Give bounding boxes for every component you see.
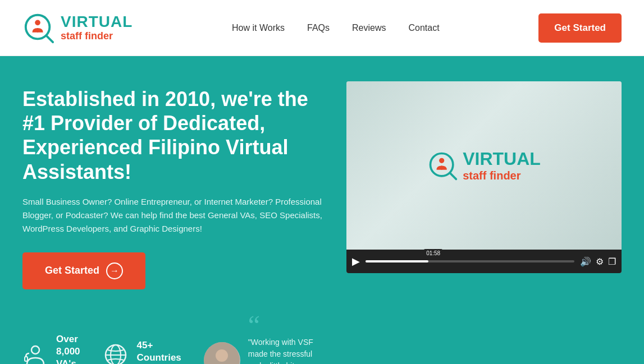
hero-content: Established in 2010, we're the #1 Provid… bbox=[22, 81, 324, 364]
stat-vas-hired-text: Over 8,000 VA's Hired bbox=[56, 333, 80, 364]
video-control-icons: 🔊 ⚙ ❐ bbox=[580, 256, 616, 267]
person-icon bbox=[22, 342, 48, 364]
fullscreen-icon[interactable]: ❐ bbox=[608, 256, 616, 267]
video-logo-icon bbox=[427, 150, 458, 181]
svg-point-7 bbox=[106, 345, 126, 364]
logo-text: VIRTUAL staff finder bbox=[61, 13, 133, 42]
hero-heading: Established in 2010, we're the #1 Provid… bbox=[22, 87, 324, 184]
testimonial-content: “ "Working with VSF made the stressful a… bbox=[248, 315, 324, 364]
nav-how-it-works[interactable]: How it Works bbox=[232, 23, 285, 33]
play-button[interactable]: ▶ bbox=[352, 255, 360, 268]
stat-vas-hired: Over 8,000 VA's Hired bbox=[22, 333, 80, 364]
video-logo-staff: staff finder bbox=[463, 169, 541, 182]
header-get-started-button[interactable]: Get Started bbox=[538, 13, 622, 43]
site-header: VIRTUAL staff finder How it Works FAQs R… bbox=[0, 0, 644, 56]
video-controls: ▶ 01:58 🔊 ⚙ ❐ bbox=[346, 250, 622, 273]
svg-line-14 bbox=[450, 173, 456, 179]
svg-point-8 bbox=[111, 345, 121, 364]
stat-countries-text: 45+ Countries Served bbox=[136, 339, 181, 364]
main-nav: How it Works FAQs Reviews Contact bbox=[232, 23, 440, 33]
nav-reviews[interactable]: Reviews bbox=[352, 23, 386, 33]
svg-point-2 bbox=[35, 20, 40, 25]
svg-line-1 bbox=[47, 35, 53, 42]
logo: VIRTUAL staff finder bbox=[22, 12, 133, 44]
arrow-circle-icon: → bbox=[106, 262, 123, 279]
volume-icon[interactable]: 🔊 bbox=[580, 256, 591, 267]
quote-icon: “ bbox=[248, 310, 260, 340]
hero-section: Established in 2010, we're the #1 Provid… bbox=[0, 56, 644, 364]
testimonial-avatar bbox=[204, 342, 240, 364]
logo-icon bbox=[22, 12, 55, 44]
video-logo-virtual: VIRTUAL bbox=[463, 149, 541, 169]
stat-countries: 45+ Countries Served bbox=[103, 339, 181, 364]
svg-point-15 bbox=[439, 158, 444, 163]
globe-icon bbox=[103, 342, 129, 364]
hero-get-started-button[interactable]: Get Started → bbox=[22, 252, 145, 289]
testimonial-quote: "Working with VSF made the stressful and… bbox=[248, 337, 324, 364]
svg-point-11 bbox=[216, 349, 228, 362]
testimonial: “ "Working with VSF made the stressful a… bbox=[204, 315, 324, 364]
video-logo: VIRTUAL staff finder bbox=[427, 149, 541, 182]
hero-video-area: VIRTUAL staff finder ▶ 01:58 🔊 ⚙ ❐ bbox=[346, 81, 622, 273]
logo-staff-label: staff finder bbox=[61, 31, 133, 42]
settings-icon[interactable]: ⚙ bbox=[596, 256, 604, 267]
nav-contact[interactable]: Contact bbox=[408, 23, 439, 33]
progress-fill bbox=[366, 260, 428, 262]
svg-rect-6 bbox=[25, 357, 28, 361]
logo-virtual-label: VIRTUAL bbox=[61, 13, 133, 31]
video-screen: VIRTUAL staff finder bbox=[346, 81, 622, 250]
hero-subtext: Small Business Owner? Online Entrepreneu… bbox=[22, 195, 324, 236]
hero-stats: Over 8,000 VA's Hired 45+ Count bbox=[22, 309, 324, 364]
video-player: VIRTUAL staff finder ▶ 01:58 🔊 ⚙ ❐ bbox=[346, 81, 622, 273]
svg-point-5 bbox=[31, 346, 39, 354]
progress-bar[interactable]: 01:58 bbox=[366, 260, 574, 262]
time-label: 01:58 bbox=[424, 249, 442, 257]
hero-cta-label: Get Started bbox=[45, 265, 99, 277]
nav-faqs[interactable]: FAQs bbox=[307, 23, 330, 33]
video-logo-text: VIRTUAL staff finder bbox=[463, 149, 541, 182]
